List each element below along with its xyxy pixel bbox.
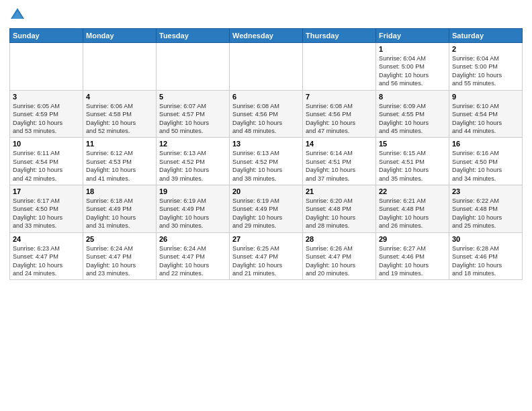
- day-info: Sunrise: 6:06 AMSunset: 4:58 PMDaylight:…: [86, 102, 153, 136]
- calendar-cell: 21Sunrise: 6:20 AMSunset: 4:48 PMDayligh…: [303, 185, 376, 233]
- calendar-cell: 16Sunrise: 6:16 AMSunset: 4:50 PMDayligh…: [449, 138, 523, 185]
- day-number: 7: [306, 93, 373, 101]
- calendar-cell: 9Sunrise: 6:10 AMSunset: 4:54 PMDaylight…: [449, 90, 523, 138]
- day-number: 1: [379, 45, 446, 53]
- day-info: Sunrise: 6:22 AMSunset: 4:48 PMDaylight:…: [452, 197, 519, 230]
- day-info: Sunrise: 6:26 AMSunset: 4:47 PMDaylight:…: [306, 244, 373, 278]
- calendar-cell: 23Sunrise: 6:22 AMSunset: 4:48 PMDayligh…: [449, 185, 523, 233]
- calendar-cell: 19Sunrise: 6:19 AMSunset: 4:49 PMDayligh…: [157, 185, 230, 233]
- day-info: Sunrise: 6:11 AMSunset: 4:54 PMDaylight:…: [13, 149, 80, 183]
- day-info: Sunrise: 6:19 AMSunset: 4:49 PMDaylight:…: [232, 197, 300, 230]
- logo-icon: [9, 7, 26, 23]
- weekday-header-thursday: Thursday: [303, 29, 376, 43]
- calendar-cell: 25Sunrise: 6:24 AMSunset: 4:47 PMDayligh…: [83, 232, 157, 280]
- day-info: Sunrise: 6:25 AMSunset: 4:47 PMDaylight:…: [232, 244, 300, 278]
- day-number: 28: [306, 235, 373, 243]
- calendar-week-row: 1Sunrise: 6:04 AMSunset: 5:00 PMDaylight…: [10, 43, 523, 91]
- day-info: Sunrise: 6:10 AMSunset: 4:54 PMDaylight:…: [452, 102, 519, 136]
- day-info: Sunrise: 6:19 AMSunset: 4:49 PMDaylight:…: [159, 197, 226, 230]
- calendar-cell: [83, 43, 157, 91]
- calendar-cell: 6Sunrise: 6:08 AMSunset: 4:56 PMDaylight…: [230, 90, 303, 138]
- day-info: Sunrise: 6:18 AMSunset: 4:49 PMDaylight:…: [86, 197, 153, 230]
- page: SundayMondayTuesdayWednesdayThursdayFrid…: [0, 0, 532, 411]
- day-info: Sunrise: 6:24 AMSunset: 4:47 PMDaylight:…: [159, 244, 226, 278]
- day-number: 20: [232, 187, 300, 195]
- weekday-header-monday: Monday: [83, 29, 157, 43]
- day-number: 22: [379, 187, 446, 195]
- day-number: 23: [452, 187, 519, 195]
- day-info: Sunrise: 6:13 AMSunset: 4:52 PMDaylight:…: [232, 149, 300, 183]
- calendar-cell: 10Sunrise: 6:11 AMSunset: 4:54 PMDayligh…: [10, 138, 83, 185]
- calendar-cell: 22Sunrise: 6:21 AMSunset: 4:48 PMDayligh…: [376, 185, 449, 233]
- day-info: Sunrise: 6:17 AMSunset: 4:50 PMDaylight:…: [13, 197, 80, 230]
- calendar-cell: 5Sunrise: 6:07 AMSunset: 4:57 PMDaylight…: [157, 90, 230, 138]
- calendar-week-row: 3Sunrise: 6:05 AMSunset: 4:59 PMDaylight…: [10, 90, 523, 138]
- day-info: Sunrise: 6:05 AMSunset: 4:59 PMDaylight:…: [13, 102, 80, 136]
- day-info: Sunrise: 6:21 AMSunset: 4:48 PMDaylight:…: [379, 197, 446, 230]
- day-number: 24: [13, 235, 80, 243]
- day-number: 6: [232, 93, 300, 101]
- day-info: Sunrise: 6:28 AMSunset: 4:46 PMDaylight:…: [452, 244, 519, 278]
- calendar-cell: 11Sunrise: 6:12 AMSunset: 4:53 PMDayligh…: [83, 138, 157, 185]
- calendar-cell: 7Sunrise: 6:08 AMSunset: 4:56 PMDaylight…: [303, 90, 376, 138]
- calendar-week-row: 24Sunrise: 6:23 AMSunset: 4:47 PMDayligh…: [10, 232, 523, 280]
- calendar-cell: 24Sunrise: 6:23 AMSunset: 4:47 PMDayligh…: [10, 232, 83, 280]
- day-info: Sunrise: 6:04 AMSunset: 5:00 PMDaylight:…: [379, 54, 446, 88]
- calendar-cell: 26Sunrise: 6:24 AMSunset: 4:47 PMDayligh…: [157, 232, 230, 280]
- calendar-cell: [157, 43, 230, 91]
- day-info: Sunrise: 6:07 AMSunset: 4:57 PMDaylight:…: [159, 102, 226, 136]
- day-number: 11: [86, 140, 153, 148]
- day-number: 27: [232, 235, 300, 243]
- weekday-header-wednesday: Wednesday: [230, 29, 303, 43]
- header: [9, 7, 523, 23]
- calendar-cell: 20Sunrise: 6:19 AMSunset: 4:49 PMDayligh…: [230, 185, 303, 233]
- calendar-week-row: 17Sunrise: 6:17 AMSunset: 4:50 PMDayligh…: [10, 185, 523, 233]
- day-number: 3: [13, 93, 80, 101]
- day-number: 8: [379, 93, 446, 101]
- weekday-header-saturday: Saturday: [449, 29, 523, 43]
- calendar-cell: 13Sunrise: 6:13 AMSunset: 4:52 PMDayligh…: [230, 138, 303, 185]
- calendar-cell: 1Sunrise: 6:04 AMSunset: 5:00 PMDaylight…: [376, 43, 449, 91]
- day-number: 15: [379, 140, 446, 148]
- day-number: 25: [86, 235, 153, 243]
- calendar-cell: 30Sunrise: 6:28 AMSunset: 4:46 PMDayligh…: [449, 232, 523, 280]
- day-number: 10: [13, 140, 80, 148]
- day-info: Sunrise: 6:20 AMSunset: 4:48 PMDaylight:…: [306, 197, 373, 230]
- calendar-cell: [230, 43, 303, 91]
- calendar-cell: [10, 43, 83, 91]
- day-info: Sunrise: 6:27 AMSunset: 4:46 PMDaylight:…: [379, 244, 446, 278]
- day-info: Sunrise: 6:08 AMSunset: 4:56 PMDaylight:…: [232, 102, 300, 136]
- day-number: 4: [86, 93, 153, 101]
- day-number: 26: [159, 235, 226, 243]
- day-number: 18: [86, 187, 153, 195]
- day-number: 29: [379, 235, 446, 243]
- day-number: 14: [306, 140, 373, 148]
- calendar-cell: 27Sunrise: 6:25 AMSunset: 4:47 PMDayligh…: [230, 232, 303, 280]
- calendar-cell: 12Sunrise: 6:13 AMSunset: 4:52 PMDayligh…: [157, 138, 230, 185]
- day-number: 30: [452, 235, 519, 243]
- day-number: 16: [452, 140, 519, 148]
- day-info: Sunrise: 6:23 AMSunset: 4:47 PMDaylight:…: [13, 244, 80, 278]
- day-number: 2: [452, 45, 519, 53]
- day-info: Sunrise: 6:14 AMSunset: 4:51 PMDaylight:…: [306, 149, 373, 183]
- calendar-cell: 14Sunrise: 6:14 AMSunset: 4:51 PMDayligh…: [303, 138, 376, 185]
- day-number: 9: [452, 93, 519, 101]
- weekday-header-friday: Friday: [376, 29, 449, 43]
- day-number: 12: [159, 140, 226, 148]
- day-info: Sunrise: 6:09 AMSunset: 4:55 PMDaylight:…: [379, 102, 446, 136]
- day-info: Sunrise: 6:24 AMSunset: 4:47 PMDaylight:…: [86, 244, 153, 278]
- day-info: Sunrise: 6:12 AMSunset: 4:53 PMDaylight:…: [86, 149, 153, 183]
- calendar-cell: 29Sunrise: 6:27 AMSunset: 4:46 PMDayligh…: [376, 232, 449, 280]
- day-info: Sunrise: 6:16 AMSunset: 4:50 PMDaylight:…: [452, 149, 519, 183]
- calendar-cell: 4Sunrise: 6:06 AMSunset: 4:58 PMDaylight…: [83, 90, 157, 138]
- logo: [9, 7, 28, 23]
- day-number: 17: [13, 187, 80, 195]
- day-number: 21: [306, 187, 373, 195]
- day-info: Sunrise: 6:08 AMSunset: 4:56 PMDaylight:…: [306, 102, 373, 136]
- calendar-table: SundayMondayTuesdayWednesdayThursdayFrid…: [9, 28, 523, 280]
- calendar-cell: 15Sunrise: 6:15 AMSunset: 4:51 PMDayligh…: [376, 138, 449, 185]
- day-number: 5: [159, 93, 226, 101]
- calendar-cell: 28Sunrise: 6:26 AMSunset: 4:47 PMDayligh…: [303, 232, 376, 280]
- calendar-cell: [303, 43, 376, 91]
- calendar-cell: 17Sunrise: 6:17 AMSunset: 4:50 PMDayligh…: [10, 185, 83, 233]
